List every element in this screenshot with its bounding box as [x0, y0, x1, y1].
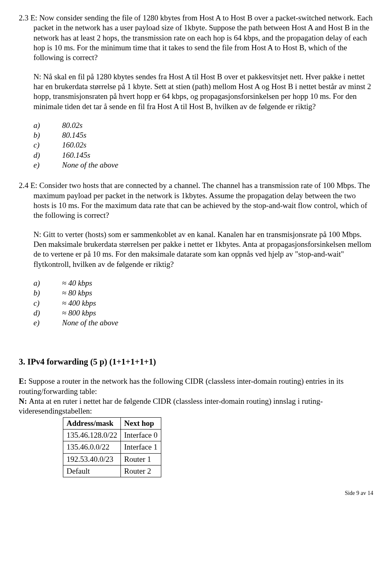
- q24-option-d: d) ≈ 800 kbps: [33, 308, 373, 318]
- table-header-row: Address/mask Next hop: [63, 417, 161, 429]
- option-value: 80.145s: [62, 130, 87, 140]
- sec3-en-lead: E:: [19, 377, 29, 385]
- q23-option-d: d) 160.145s: [33, 150, 373, 160]
- option-value: ≈ 40 kbps: [62, 278, 92, 288]
- option-label: c): [33, 140, 62, 150]
- q24-option-a: a) ≈ 40 kbps: [33, 278, 373, 288]
- q23-option-b: b) 80.145s: [33, 130, 373, 140]
- question-2-3: 2.3 E: Now consider sending the file of …: [19, 13, 373, 170]
- q24-english: 2.4 E: Consider two hosts that are conne…: [19, 181, 373, 220]
- option-label: b): [33, 130, 62, 140]
- routing-table: Address/mask Next hop 135.46.128.0/22 In…: [63, 417, 161, 478]
- option-value: 80.02s: [62, 121, 82, 130]
- q24-en-text: E: Consider two hosts that are connected…: [31, 181, 370, 219]
- table-row: Default Router 2: [63, 465, 161, 477]
- q23-norwegian: N: Nå skal en fil på 1280 kbytes sendes …: [33, 72, 373, 112]
- header-next-hop: Next hop: [121, 417, 161, 429]
- q23-option-e: e) None of the above: [33, 160, 373, 170]
- option-value: 160.02s: [62, 140, 87, 150]
- q24-options: a) ≈ 40 kbps b) ≈ 80 kbps c) ≈ 400 kbps …: [33, 278, 373, 328]
- option-label: c): [33, 298, 62, 308]
- sec3-norwegian: N: Anta at en ruter i nettet har de følg…: [19, 396, 373, 416]
- option-label: a): [33, 278, 62, 288]
- table-row: 135.46.0.0/22 Interface 1: [63, 441, 161, 453]
- q24-norwegian: N: Gitt to verter (hosts) som er sammenk…: [33, 230, 373, 269]
- header-address-mask: Address/mask: [63, 417, 121, 429]
- option-label: a): [33, 121, 62, 130]
- cell-address: 135.46.128.0/22: [63, 429, 121, 441]
- page-footer: Side 9 av 14: [19, 490, 373, 497]
- section-3-title: 3. IPv4 forwarding (5 p) (1+1+1+1+1): [19, 356, 373, 367]
- q23-english: 2.3 E: Now consider sending the file of …: [19, 13, 373, 63]
- sec3-en-text: Suppose a router in the network has the …: [19, 377, 343, 395]
- option-value: None of the above: [62, 160, 118, 170]
- option-value: None of the above: [62, 318, 118, 328]
- cell-nexthop: Router 2: [121, 465, 161, 477]
- option-label: b): [33, 288, 62, 298]
- q24-option-e: e) None of the above: [33, 318, 373, 328]
- table-row: 192.53.40.0/23 Router 1: [63, 453, 161, 465]
- table-row: 135.46.128.0/22 Interface 0: [63, 429, 161, 441]
- option-label: d): [33, 150, 62, 160]
- q24-number: 2.4: [19, 181, 29, 190]
- option-label: e): [33, 318, 62, 328]
- option-label: d): [33, 308, 62, 318]
- sec3-no-text: Anta at en ruter i nettet har de følgend…: [19, 397, 323, 415]
- q24-option-c: c) ≈ 400 kbps: [33, 298, 373, 308]
- question-2-4: 2.4 E: Consider two hosts that are conne…: [19, 181, 373, 328]
- q23-option-a: a) 80.02s: [33, 121, 373, 130]
- cell-address: 135.46.0.0/22: [63, 441, 121, 453]
- option-value: 160.145s: [62, 150, 90, 160]
- sec3-english: E: Suppose a router in the network has t…: [19, 376, 373, 396]
- option-value: ≈ 400 kbps: [62, 298, 96, 308]
- q24-option-b: b) ≈ 80 kbps: [33, 288, 373, 298]
- q23-option-c: c) 160.02s: [33, 140, 373, 150]
- cell-nexthop: Interface 1: [121, 441, 161, 453]
- cell-nexthop: Router 1: [121, 453, 161, 465]
- cell-nexthop: Interface 0: [121, 429, 161, 441]
- q23-options: a) 80.02s b) 80.145s c) 160.02s d) 160.1…: [33, 121, 373, 170]
- option-value: ≈ 800 kbps: [62, 308, 96, 318]
- q23-number: 2.3: [19, 13, 29, 22]
- option-value: ≈ 80 kbps: [62, 288, 92, 298]
- cell-address: Default: [63, 465, 121, 477]
- cell-address: 192.53.40.0/23: [63, 453, 121, 465]
- q23-en-text: E: Now consider sending the file of 1280…: [31, 13, 373, 62]
- option-label: e): [33, 160, 62, 170]
- sec3-no-lead: N:: [19, 397, 29, 405]
